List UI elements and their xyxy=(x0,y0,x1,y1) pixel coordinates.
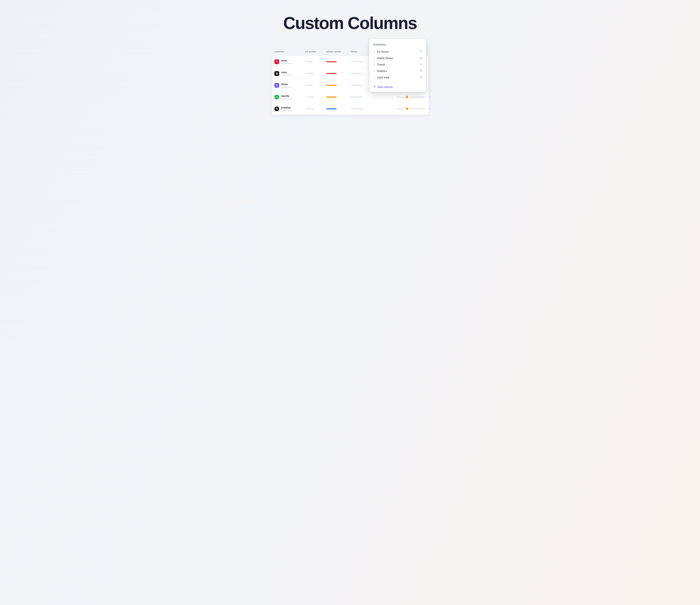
company-name: Dribbble xyxy=(281,106,292,109)
company-name: Spotify xyxy=(281,95,292,97)
trend-skeleton xyxy=(351,96,362,98)
svg-point-10 xyxy=(374,57,375,57)
company-cell: SStripe xyxy=(274,83,305,88)
company-cell: Spotify xyxy=(274,95,305,99)
svg-point-9 xyxy=(374,57,374,57)
remove-column-button[interactable] xyxy=(420,50,422,53)
table-row[interactable]: Spotify xyxy=(272,91,428,103)
company-logo-icon xyxy=(274,106,279,111)
add-column-label: Add column xyxy=(377,85,393,89)
company-logo-icon xyxy=(274,59,279,64)
fit-score-skeleton xyxy=(305,96,314,98)
intent-score-bar xyxy=(326,108,336,110)
bolt-badge xyxy=(406,96,425,98)
svg-point-25 xyxy=(374,70,374,70)
close-icon xyxy=(420,70,422,72)
trend-skeleton xyxy=(351,73,362,74)
bolt-badge xyxy=(406,107,425,110)
extra-skeleton xyxy=(410,108,425,110)
svg-point-14 xyxy=(374,59,375,59)
svg-point-37 xyxy=(374,78,374,78)
svg-point-28 xyxy=(374,71,375,71)
svg-point-36 xyxy=(374,77,375,78)
col-header-intent-score: INTENT SCORE xyxy=(326,51,351,53)
drag-handle-icon[interactable] xyxy=(373,76,375,79)
svg-point-18 xyxy=(374,64,375,64)
svg-point-19 xyxy=(374,65,374,65)
fit-score-skeleton xyxy=(305,85,314,86)
chevron-right-icon[interactable] xyxy=(429,96,431,98)
svg-point-21 xyxy=(374,65,374,66)
company-cell: Tesla xyxy=(274,59,305,64)
intent-score-bar xyxy=(326,61,336,62)
svg-point-11 xyxy=(374,58,374,58)
close-icon xyxy=(420,50,422,53)
svg-point-29 xyxy=(374,72,374,72)
svg-point-2 xyxy=(374,51,375,51)
svg-point-26 xyxy=(374,70,375,70)
remove-column-button[interactable] xyxy=(420,63,422,66)
company-cell: Dribbble xyxy=(274,106,305,111)
svg-point-5 xyxy=(374,52,374,53)
column-item[interactable]: Visitors xyxy=(369,68,426,74)
intent-score-bar xyxy=(326,73,336,74)
drag-handle-icon[interactable] xyxy=(373,63,375,66)
column-item[interactable]: Last Visit xyxy=(369,74,426,81)
column-item-label: Fit Score xyxy=(377,50,418,53)
extra-skeleton xyxy=(397,108,403,110)
company-subtext-skeleton xyxy=(281,63,292,64)
row-extras xyxy=(397,96,431,98)
svg-point-6 xyxy=(374,52,375,53)
row-extras xyxy=(397,107,431,110)
column-item[interactable]: Intent Score xyxy=(369,55,426,61)
drag-handle-icon[interactable] xyxy=(373,70,375,72)
column-item[interactable]: Fit Score xyxy=(369,48,426,55)
drag-handle-icon[interactable] xyxy=(373,57,375,59)
svg-point-3 xyxy=(374,51,374,52)
company-logo-icon: S xyxy=(274,83,279,88)
popover-title: Columns xyxy=(369,43,426,48)
plus-icon xyxy=(373,85,376,89)
popover-divider xyxy=(369,82,426,83)
column-item-label: Last Visit xyxy=(377,76,418,79)
fit-score-skeleton xyxy=(305,108,314,110)
svg-point-34 xyxy=(374,76,375,77)
svg-point-20 xyxy=(374,65,375,65)
company-name: Tesla xyxy=(281,59,292,62)
svg-point-22 xyxy=(374,65,375,66)
hero-title: Custom Columns xyxy=(248,13,452,33)
remove-column-button[interactable] xyxy=(420,70,422,72)
add-column-button[interactable]: Add column xyxy=(369,84,426,89)
columns-popover: Columns Fit ScoreIntent ScoreTrendVisito… xyxy=(369,39,426,92)
svg-point-13 xyxy=(374,59,374,59)
table-row[interactable]: Dribbble xyxy=(272,103,428,115)
close-icon xyxy=(420,57,422,59)
intent-score-bar xyxy=(326,85,336,86)
trend-skeleton xyxy=(351,108,362,110)
svg-point-27 xyxy=(374,71,374,71)
svg-point-17 xyxy=(374,64,374,64)
column-item-label: Visitors xyxy=(377,69,418,73)
company-name: Unity xyxy=(281,71,292,74)
drag-handle-icon[interactable] xyxy=(373,50,375,53)
remove-column-button[interactable] xyxy=(420,57,422,59)
svg-point-33 xyxy=(374,76,374,77)
company-logo-icon xyxy=(274,95,279,99)
company-logo-icon xyxy=(274,71,279,76)
bolt-icon xyxy=(406,107,408,110)
trend-skeleton xyxy=(351,61,362,62)
column-item-label: Trend xyxy=(377,63,418,66)
column-item-label: Intent Score xyxy=(377,56,418,60)
column-item[interactable]: Trend xyxy=(369,61,426,68)
company-subtext-skeleton xyxy=(281,98,292,99)
svg-point-12 xyxy=(374,58,375,58)
close-icon xyxy=(420,63,422,66)
chevron-right-icon[interactable] xyxy=(429,108,431,110)
remove-column-button[interactable] xyxy=(420,76,422,79)
intent-score-bar xyxy=(326,96,336,98)
company-cell: Unity xyxy=(274,71,305,76)
bolt-icon xyxy=(406,96,408,98)
svg-point-38 xyxy=(374,78,375,78)
close-icon xyxy=(420,76,422,79)
fit-score-skeleton xyxy=(305,73,314,74)
